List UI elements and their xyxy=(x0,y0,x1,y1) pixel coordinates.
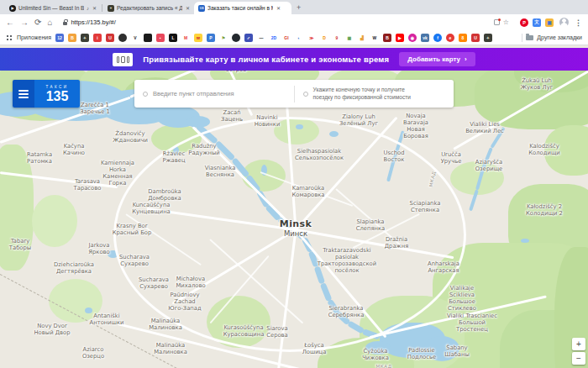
bookmark-favicon[interactable]: ▪ xyxy=(156,34,165,42)
menu-hamburger-icon[interactable] xyxy=(13,80,34,108)
place-name-cyrillic: Таборы xyxy=(9,244,31,251)
bookmark-favicon[interactable]: ▟ xyxy=(358,34,366,42)
bookmark-favicon[interactable]: D xyxy=(320,34,328,42)
place-name-cyrillic: Чижовка xyxy=(362,355,389,361)
place-name-cyrillic: Юго-Запад xyxy=(165,305,205,312)
extension-icon[interactable]: ▣ xyxy=(545,18,554,27)
profile-avatar[interactable] xyxy=(559,18,569,27)
map-canvas[interactable]: остров Zarečča 1 Заречье 1 Žukaŭ Luh Жук… xyxy=(0,45,588,368)
destination-input[interactable]: Укажите конечную точку и получите поездк… xyxy=(295,80,454,108)
place-name-latin: Navinki xyxy=(255,114,281,121)
place-name-latin: Kalodziščy xyxy=(528,143,559,150)
bookmark-favicon[interactable]: V xyxy=(131,34,139,42)
bookmark-favicon[interactable]: U xyxy=(471,34,480,42)
apps-grid-icon[interactable] xyxy=(6,34,13,41)
bookmark-favicon[interactable]: f xyxy=(433,34,442,42)
map-place-label: Dziehciaroŭka Дегтярёвка xyxy=(54,261,94,275)
other-bookmarks-label: Другие закладки xyxy=(537,34,582,40)
apps-label[interactable]: Приложения xyxy=(17,34,51,40)
bookmark-favicon[interactable]: ⚑ xyxy=(219,34,228,42)
map-place-label: Kurasoŭščyna Курасовщина xyxy=(223,324,265,338)
tab-close-icon[interactable]: ✕ xyxy=(186,5,190,11)
place-name-latin: Novaja Baravaja xyxy=(394,113,438,126)
bookmark-favicon[interactable]: W xyxy=(370,34,379,42)
place-name-latin: Traktarazavodski pasiolak xyxy=(314,247,380,260)
bookmark-favicon[interactable]: P xyxy=(207,34,215,42)
bookmark-favicon[interactable]: ✉ xyxy=(194,34,202,42)
bookmark-favicon[interactable]: e xyxy=(446,34,454,42)
map-place-label: Traktarazavodski pasiolak Тракторозаводс… xyxy=(314,247,380,275)
bookmark-favicon[interactable]: ✦ xyxy=(484,34,492,42)
tab-editor[interactable]: ✦ Редактировать запись « Ден ✕ xyxy=(103,2,194,14)
place-name-cyrillic: Радужный xyxy=(188,150,219,156)
tab-close-icon[interactable]: ✕ xyxy=(92,5,97,11)
place-name-cyrillic: Ржавец xyxy=(162,157,185,164)
tab-audio-icon[interactable]: ♪ xyxy=(87,6,89,11)
place-name-cyrillic: Ярково xyxy=(88,249,109,255)
tab-media[interactable]: ▶ Unlimited Sin — Beast In B ♪ ✕ xyxy=(5,2,101,14)
bookmark-favicon[interactable]: ✓ xyxy=(244,34,253,42)
bookmark-favicon[interactable]: ▶ xyxy=(396,34,404,42)
map-place-label: Siarova Серова xyxy=(266,325,288,339)
bookmark-favicon[interactable]: GI xyxy=(282,34,291,42)
place-name-latin: Krasny Bor xyxy=(113,223,152,229)
bookmark-favicon[interactable]: ◉ xyxy=(408,34,417,42)
bookmark-star-icon[interactable]: ☆ xyxy=(503,18,509,26)
extension-icon[interactable]: 文 xyxy=(533,18,541,27)
banner-text: Привязывайте карту в личном кабинете и э… xyxy=(143,55,389,64)
bookmark-favicon[interactable]: ◐ xyxy=(295,34,303,42)
bookmark-favicon[interactable]: vk xyxy=(421,34,429,42)
bookmark-favicon[interactable]: B xyxy=(68,34,76,42)
add-card-button[interactable]: Добавить карту › xyxy=(399,52,475,66)
bookmark-favicon[interactable]: B xyxy=(383,34,391,42)
tab-taxi-active[interactable]: 135 Заказать такси онлайн в Мин ✕ xyxy=(194,2,291,14)
bookmark-favicon[interactable]: — xyxy=(257,34,265,42)
zoom-out-button[interactable]: − xyxy=(572,352,585,365)
chrome-menu-icon[interactable]: ⋮ xyxy=(575,18,582,27)
place-name-cyrillic: Сухарево xyxy=(119,260,150,267)
bookmark-favicon[interactable]: ✦ xyxy=(81,34,89,42)
back-icon[interactable]: ← xyxy=(6,18,14,27)
bookmark-favicon[interactable] xyxy=(118,34,127,42)
forward-icon[interactable]: → xyxy=(20,18,29,27)
place-name-cyrillic: Шабаны xyxy=(444,351,470,358)
bookmark-favicon[interactable]: M xyxy=(181,34,190,42)
logo-body[interactable]: ТАКСИ 135 xyxy=(34,80,80,108)
tab-close-icon[interactable]: ✕ xyxy=(276,5,281,11)
place-name-cyrillic: Малиновка xyxy=(149,324,182,331)
bookmark-favicon[interactable]: 2D xyxy=(270,34,278,42)
home-icon[interactable]: ⌂ xyxy=(47,18,52,27)
other-bookmarks[interactable]: Другие закладки xyxy=(522,34,582,42)
bookmark-favicon[interactable]: i xyxy=(93,34,102,42)
bookmark-favicon[interactable]: 12 xyxy=(55,34,64,42)
reload-icon[interactable]: ⟳ xyxy=(34,18,41,27)
new-tab-button[interactable]: + xyxy=(297,3,301,12)
bookmark-favicon[interactable] xyxy=(232,34,240,42)
bookmark-favicon[interactable]: 8 xyxy=(459,34,467,42)
place-name-cyrillic: Степянка xyxy=(410,207,441,213)
place-name-latin: Malinaŭka xyxy=(154,342,187,349)
place-name-latin: Radužny xyxy=(188,143,219,150)
bookmark-favicon[interactable]: U xyxy=(106,34,114,42)
map-place-label: Vialikaje Sciklieva Большое Стиклево xyxy=(437,285,487,313)
map-place-label: Ržaviec Ржавец xyxy=(162,150,185,164)
url-text[interactable]: https://135.by/#/ xyxy=(71,18,490,26)
place-name-latin: Vialiki Lies xyxy=(465,121,504,128)
logo-word: ТАКСИ xyxy=(45,85,68,89)
bookmark-favicon[interactable]: L xyxy=(169,34,177,42)
extension-icon[interactable]: P xyxy=(520,18,528,27)
bookmark-favicon[interactable] xyxy=(144,34,152,42)
map-place-label: Dražnia Дражня xyxy=(385,236,408,250)
map-place-label: Michałova Михалово xyxy=(176,276,205,289)
extension-badge-icon[interactable] xyxy=(494,19,500,25)
place-name-latin: Tabary xyxy=(9,238,31,244)
bookmark-favicon[interactable]: 9 xyxy=(333,34,341,42)
zoom-in-button[interactable]: + xyxy=(572,338,585,350)
bookmark-favicon[interactable]: ▦ xyxy=(345,34,354,42)
place-name-cyrillic: Подлосье xyxy=(407,354,436,360)
bookmark-favicon[interactable]: ≫ xyxy=(307,34,316,42)
place-name-latin: Sciapianka xyxy=(410,200,441,207)
address-bar[interactable]: https://135.by/#/ ☆ xyxy=(58,17,514,28)
place-name-latin: Ržaviec xyxy=(162,150,185,157)
origin-input[interactable]: Введите пункт отправления xyxy=(134,80,294,108)
